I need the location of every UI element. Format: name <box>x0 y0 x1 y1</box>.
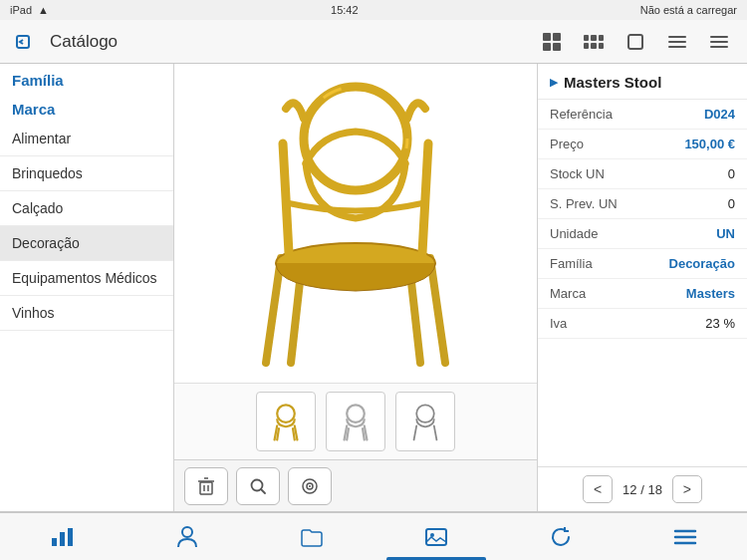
marca-label: Marca <box>550 286 686 301</box>
refresh-icon <box>549 525 573 549</box>
svg-rect-38 <box>426 529 446 545</box>
svg-point-33 <box>309 485 311 487</box>
detail-rows: Referência D024 Preço 150,00 € Stock UN … <box>538 100 747 466</box>
svg-line-22 <box>414 425 417 439</box>
sprev-label: S. Prev. UN <box>550 196 728 211</box>
svg-rect-1 <box>628 35 642 49</box>
familia-label: Família <box>550 256 669 271</box>
status-bar: iPad ▲ 15:42 Não está a carregar <box>0 0 747 20</box>
product-title: Masters Stool <box>564 74 661 91</box>
sidebar-section-familia: Família <box>0 64 173 93</box>
iva-label: Iva <box>550 316 705 331</box>
svg-point-21 <box>416 405 434 422</box>
center-panel <box>174 64 538 511</box>
sidebar-item-brinquedos[interactable]: Brinquedos <box>0 156 173 191</box>
iva-value: 23 % <box>705 316 735 331</box>
sidebar-item-calcado[interactable]: Calçado <box>0 191 173 226</box>
menu-view-button[interactable] <box>701 24 737 60</box>
sidebar-item-decoracao[interactable]: Decoração <box>0 226 173 261</box>
svg-line-23 <box>434 425 437 439</box>
grid6-view-button[interactable] <box>576 24 612 60</box>
thumbnails-bar <box>174 383 537 459</box>
svg-rect-35 <box>60 532 65 546</box>
svg-line-3 <box>430 258 445 363</box>
tab-image[interactable] <box>374 513 498 560</box>
sidebar-section-marca: Marca <box>0 93 173 122</box>
tab-stats[interactable] <box>0 513 124 560</box>
detail-row-iva: Iva 23 % <box>538 309 747 339</box>
tab-person[interactable] <box>124 513 249 560</box>
image-icon <box>424 526 448 548</box>
folder-icon <box>300 526 324 548</box>
bottom-actions <box>174 459 537 511</box>
svg-point-16 <box>347 405 365 422</box>
svg-line-30 <box>261 489 265 493</box>
tab-menu[interactable] <box>622 513 747 560</box>
svg-rect-34 <box>52 538 57 546</box>
page-info: 12 / 18 <box>622 482 662 497</box>
svg-line-2 <box>266 258 281 363</box>
svg-point-11 <box>277 405 295 422</box>
sidebar: Família Marca Alimentar Brinquedos Calça… <box>0 64 174 511</box>
svg-point-37 <box>182 527 192 537</box>
status-left: iPad ▲ <box>10 4 49 16</box>
unidade-value[interactable]: UN <box>716 226 735 241</box>
menu-icon <box>673 527 697 547</box>
loading-status: Não está a carregar <box>640 4 737 16</box>
search-button[interactable] <box>236 467 280 505</box>
tab-refresh[interactable] <box>498 513 622 560</box>
svg-rect-36 <box>68 528 73 546</box>
next-page-button[interactable]: > <box>672 475 702 503</box>
device-label: iPad <box>10 4 32 16</box>
grid4-view-button[interactable] <box>534 24 570 60</box>
detail-title-bar: ▶ Masters Stool <box>538 64 747 100</box>
time-label: 15:42 <box>331 4 359 16</box>
preco-value[interactable]: 150,00 € <box>684 137 735 151</box>
thumbnail-2[interactable] <box>326 392 385 451</box>
svg-line-8 <box>422 143 428 253</box>
unidade-label: Unidade <box>550 226 716 241</box>
sprev-value: 0 <box>728 196 735 211</box>
product-image-svg <box>221 64 490 383</box>
nav-title: Catálogo <box>50 32 524 52</box>
svg-line-4 <box>291 273 301 363</box>
back-button[interactable] <box>10 27 40 57</box>
sidebar-item-equipamentos[interactable]: Equipamentos Médicos <box>0 261 173 296</box>
svg-rect-24 <box>200 482 212 494</box>
scan-button[interactable] <box>288 467 332 505</box>
bar-chart-icon <box>50 526 76 548</box>
stock-value: 0 <box>728 166 735 181</box>
detail-row-stock: Stock UN 0 <box>538 159 747 189</box>
referencia-label: Referência <box>550 107 704 122</box>
sidebar-item-vinhos[interactable]: Vinhos <box>0 296 173 331</box>
main-content: Família Marca Alimentar Brinquedos Calça… <box>0 64 747 511</box>
nav-icons <box>534 24 737 60</box>
wifi-icon: ▲ <box>38 4 49 16</box>
nav-bar: Catálogo <box>0 20 747 64</box>
detail-row-referencia: Referência D024 <box>538 100 747 130</box>
list-view-button[interactable] <box>659 24 695 60</box>
referencia-value[interactable]: D024 <box>704 107 735 122</box>
delete-button[interactable] <box>184 467 228 505</box>
thumbnail-1[interactable] <box>256 392 316 451</box>
preco-label: Preço <box>550 137 684 151</box>
single-view-button[interactable] <box>618 24 653 60</box>
tab-folder[interactable] <box>249 513 374 560</box>
detail-row-preco: Preço 150,00 € <box>538 130 747 159</box>
person-icon <box>176 525 198 549</box>
detail-row-familia: Família Decoração <box>538 249 747 279</box>
tab-bar <box>0 511 747 560</box>
marca-value[interactable]: Masters <box>686 286 735 301</box>
prev-page-button[interactable]: < <box>583 475 613 503</box>
play-icon: ▶ <box>550 76 558 89</box>
thumbnail-3[interactable] <box>395 392 455 451</box>
sidebar-item-alimentar[interactable]: Alimentar <box>0 122 173 156</box>
familia-value[interactable]: Decoração <box>669 256 735 271</box>
detail-row-unidade: Unidade UN <box>538 219 747 249</box>
svg-line-5 <box>410 273 420 363</box>
product-image-main <box>174 64 537 383</box>
svg-line-7 <box>283 143 289 253</box>
pagination-row: < 12 / 18 > <box>538 466 747 511</box>
detail-panel: ▶ Masters Stool Referência D024 Preço 15… <box>538 64 747 511</box>
detail-row-marca: Marca Masters <box>538 279 747 309</box>
